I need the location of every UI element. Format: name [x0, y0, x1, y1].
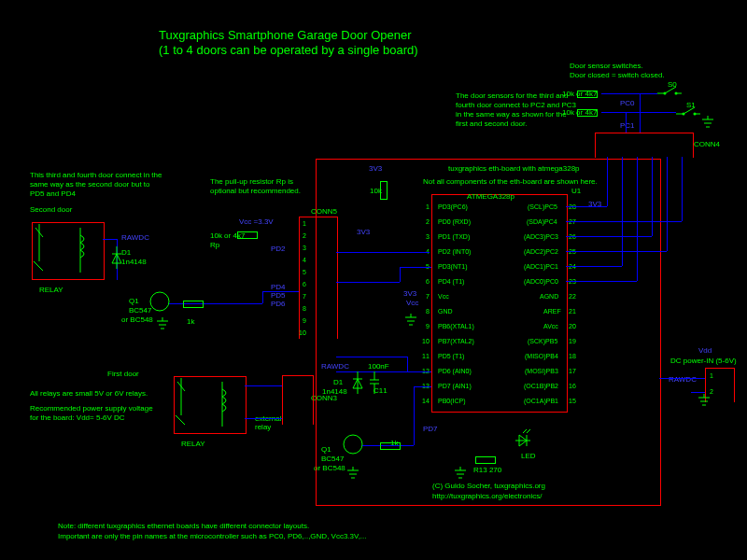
doors-note-2: same way as the second door but to	[30, 180, 150, 189]
pin-l2: PD0 (RXD)	[438, 218, 471, 225]
rawdc-power: RAWDC	[669, 375, 697, 384]
wire	[566, 221, 682, 222]
c5-pin3: 3	[303, 245, 306, 251]
pc0-label: PC0	[620, 99, 635, 107]
board-title: tuxgraphics eth-board with atmega328p	[448, 164, 580, 173]
title: Tuxgraphics Smartphone Garage Door Opene…	[159, 28, 412, 42]
conn4: CONN4	[694, 140, 720, 148]
svg-point-2	[664, 92, 667, 95]
board-sub: Not all components of the eth-board are …	[423, 177, 598, 186]
q1-2: Q1	[129, 297, 139, 305]
c5-pin8: 8	[303, 305, 306, 312]
pn-l11: 11	[422, 353, 430, 359]
d1-part-2: 1n4148	[121, 258, 147, 266]
pin-r2: (SDA)PC4	[527, 218, 557, 225]
c5-pin9: 9	[303, 317, 306, 324]
pin-r13: (OC1B)PB2	[524, 383, 558, 389]
sensor-note-2: fourth door connect to PC2 and PC3	[456, 101, 576, 109]
wire	[262, 291, 299, 292]
pin-r11: (MISO)PB4	[525, 353, 558, 359]
c5-pin4: 4	[303, 257, 306, 263]
pn-r22: 22	[569, 293, 576, 300]
pn-r17: 17	[569, 368, 576, 374]
relay-note-1: All relays are small 5V or 6V relays.	[30, 389, 148, 398]
relay-1-coil	[176, 378, 243, 430]
pn-r19: 19	[569, 338, 576, 344]
pin-l10: PB7(XTAL2)	[438, 338, 474, 344]
u1: U1	[571, 187, 581, 195]
svg-point-4	[683, 113, 685, 116]
wire	[637, 157, 638, 281]
wire	[336, 252, 430, 253]
pd5-label: PD5	[271, 291, 286, 300]
cap-c11	[368, 371, 381, 394]
mcu-box	[431, 194, 568, 413]
relay-note-3: for the board: Vdd= 5-6V DC	[30, 413, 125, 422]
pn-l7: 7	[426, 293, 430, 300]
mcu-name: ATMEGA328p	[467, 192, 514, 201]
3v3-vcc: 3V3	[403, 289, 416, 298]
pin-r9: AVcc	[543, 323, 558, 329]
relay-2-coil	[34, 224, 101, 276]
rawdc-2: RAWDC	[121, 233, 149, 242]
vcc-label: Vcc	[406, 299, 418, 307]
gnd-icon	[453, 467, 468, 480]
q1-part-2: BC547	[129, 306, 151, 315]
wire	[414, 386, 415, 445]
pin-l4: PD2 (INT0)	[438, 248, 471, 255]
sensor-note-3: in the same way as shown for the	[456, 110, 567, 119]
wire	[336, 357, 407, 357]
pd2-label: PD2	[271, 245, 286, 253]
copyright: (C) Guido Socher, tuxgraphics.org	[432, 482, 545, 490]
relay-1-label: RELAY	[181, 440, 205, 448]
sensor-note-1: The door sensors for the third and	[456, 91, 569, 100]
pn-l6: 6	[426, 278, 430, 285]
wire	[691, 392, 705, 393]
doors-note-1: This third and fourth door connect in th…	[30, 171, 162, 179]
wire	[566, 236, 652, 237]
pn-r16: 16	[569, 383, 576, 389]
pin-r8: AREF	[543, 308, 561, 315]
pin-r14: (OC1A)PB1	[524, 398, 558, 404]
wire	[336, 371, 430, 372]
pin-r5: (ADC1)PC1	[524, 263, 558, 270]
conn4-header	[595, 133, 694, 158]
wire	[622, 157, 623, 266]
rp-label: Rp	[210, 241, 219, 249]
wire	[601, 112, 676, 113]
pin-r12: (MOSI)PB3	[525, 368, 558, 374]
door-sensor-title: Door sensor switches.	[570, 62, 643, 70]
pn-r21: 21	[569, 308, 576, 315]
pin-l6: PD4 (T1)	[438, 278, 464, 285]
pin-l1: PD3(PC6)	[438, 203, 468, 210]
pn-r15: 15	[569, 398, 576, 404]
r1k-2: 1k	[187, 317, 194, 326]
conn3-header	[282, 375, 314, 425]
pin-l13: PD7 (AIN1)	[438, 383, 472, 389]
wire	[566, 251, 667, 252]
led-label: LED	[521, 452, 536, 460]
wire	[566, 266, 622, 267]
sensor-note-4: first and second door.	[456, 119, 528, 128]
wire	[336, 282, 400, 283]
wire	[667, 157, 668, 251]
footer-2: Important are only the pin names at the …	[58, 532, 367, 540]
svg-point-5	[694, 113, 697, 116]
wire	[262, 291, 263, 303]
c5-pin10: 10	[299, 329, 306, 336]
pn-r20: 20	[569, 323, 576, 329]
switch-s1-icon	[674, 105, 702, 118]
pd4-label: PD4	[271, 283, 286, 291]
wire	[682, 157, 683, 221]
pin-r4: (ADC2)PC2	[524, 248, 558, 255]
svg-point-0	[150, 292, 169, 311]
wire	[414, 386, 431, 387]
pn-l2: 2	[426, 218, 430, 225]
pin-r10: (SCK)PB5	[528, 338, 557, 344]
diode-2	[110, 246, 123, 269]
wire	[640, 93, 641, 133]
wire	[652, 157, 653, 236]
diode-1	[351, 371, 364, 394]
pullup-note-1: The pull-up resistor Rp is	[210, 177, 293, 186]
pullup-note-2: optional but recommended.	[210, 187, 301, 195]
